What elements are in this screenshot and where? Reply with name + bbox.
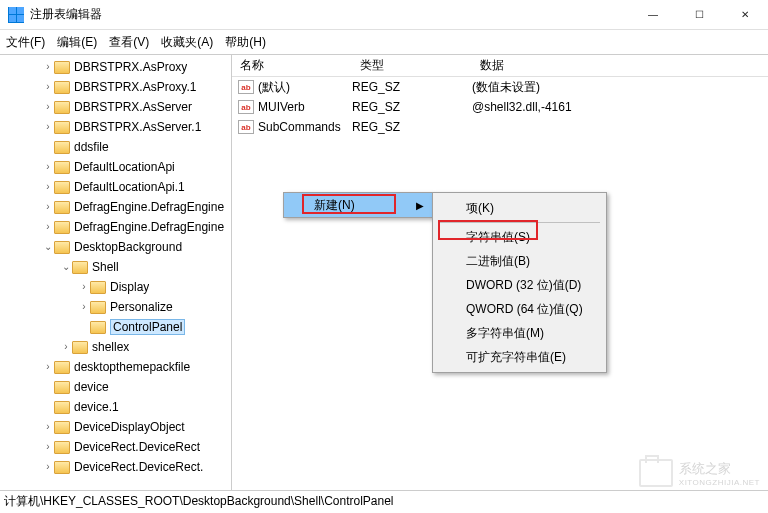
context-menu-item[interactable]: DWORD (32 位)值(D) — [436, 273, 603, 297]
tree-item-label: DBRSTPRX.AsProxy — [74, 60, 187, 74]
context-menu-item[interactable]: 多字符串值(M) — [436, 321, 603, 345]
menu-file[interactable]: 文件(F) — [6, 34, 45, 51]
tree-item-label: shellex — [92, 340, 129, 354]
tree-item[interactable]: ⌄Shell — [0, 257, 231, 277]
context-menu-new-label: 新建(N) — [314, 197, 355, 214]
value-name: SubCommands — [258, 120, 341, 134]
submenu-arrow-icon: ▶ — [416, 200, 424, 211]
folder-icon — [54, 441, 70, 454]
tree-item[interactable]: ›DefaultLocationApi — [0, 157, 231, 177]
tree-item[interactable]: ControlPanel — [0, 317, 231, 337]
expand-icon[interactable]: › — [78, 301, 90, 313]
tree-item-label: DBRSTPRX.AsServer.1 — [74, 120, 201, 134]
col-name[interactable]: 名称 — [232, 57, 352, 74]
titlebar: 注册表编辑器 — ☐ ✕ — [0, 0, 768, 30]
folder-icon — [54, 461, 70, 474]
expand-icon[interactable]: › — [42, 61, 54, 73]
list-row[interactable]: abSubCommandsREG_SZ — [232, 117, 768, 137]
tree-item-label: Shell — [92, 260, 119, 274]
expand-icon[interactable]: › — [42, 421, 54, 433]
expand-icon[interactable]: › — [42, 81, 54, 93]
menu-help[interactable]: 帮助(H) — [225, 34, 266, 51]
watermark-text1: 系统之家 — [679, 460, 760, 478]
tree-item[interactable]: ›DBRSTPRX.AsServer.1 — [0, 117, 231, 137]
close-button[interactable]: ✕ — [722, 0, 768, 30]
watermark-text2: XITONGZHIJIA.NET — [679, 478, 760, 487]
menu-edit[interactable]: 编辑(E) — [57, 34, 97, 51]
folder-icon — [54, 181, 70, 194]
tree-item-label: device — [74, 380, 109, 394]
tree-item-label: ddsfile — [74, 140, 109, 154]
tree-item[interactable]: ddsfile — [0, 137, 231, 157]
folder-icon — [54, 201, 70, 214]
tree-item[interactable]: ›DefragEngine.DefragEngine — [0, 217, 231, 237]
context-menu-new[interactable]: 新建(N) ▶ — [284, 193, 432, 217]
menu-separator — [439, 222, 600, 223]
expand-icon[interactable]: › — [42, 361, 54, 373]
tree-item[interactable]: ›DeviceRect.DeviceRect. — [0, 457, 231, 477]
tree-item[interactable]: ›DefragEngine.DefragEngine — [0, 197, 231, 217]
menubar: 文件(F) 编辑(E) 查看(V) 收藏夹(A) 帮助(H) — [0, 30, 768, 54]
tree-item[interactable]: ›shellex — [0, 337, 231, 357]
maximize-button[interactable]: ☐ — [676, 0, 722, 30]
collapse-icon[interactable]: ⌄ — [42, 241, 54, 253]
window-title: 注册表编辑器 — [30, 6, 630, 23]
watermark-logo-icon — [639, 459, 673, 487]
tree-item-label: DefragEngine.DefragEngine — [74, 200, 224, 214]
expand-icon[interactable]: › — [42, 461, 54, 473]
tree-item[interactable]: ›DBRSTPRX.AsProxy.1 — [0, 77, 231, 97]
menu-view[interactable]: 查看(V) — [109, 34, 149, 51]
value-type: REG_SZ — [352, 120, 472, 134]
menu-favorites[interactable]: 收藏夹(A) — [161, 34, 213, 51]
col-type[interactable]: 类型 — [352, 57, 472, 74]
tree-item-label: DefaultLocationApi.1 — [74, 180, 185, 194]
expand-icon[interactable]: › — [42, 161, 54, 173]
context-menu-item[interactable]: 项(K) — [436, 196, 603, 220]
value-type: REG_SZ — [352, 80, 472, 94]
tree-item[interactable]: ›DeviceDisplayObject — [0, 417, 231, 437]
expand-icon[interactable]: › — [78, 281, 90, 293]
value-data: @shell32.dll,-4161 — [472, 100, 768, 114]
context-menu-item[interactable]: QWORD (64 位)值(Q) — [436, 297, 603, 321]
folder-icon — [90, 281, 106, 294]
folder-icon — [54, 161, 70, 174]
context-menu-parent: 新建(N) ▶ — [283, 192, 433, 218]
tree-item[interactable]: ›desktopthemepackfile — [0, 357, 231, 377]
tree-item[interactable]: ›DBRSTPRX.AsServer — [0, 97, 231, 117]
expand-icon[interactable]: › — [42, 101, 54, 113]
expand-icon[interactable]: › — [42, 221, 54, 233]
expand-icon[interactable]: › — [60, 341, 72, 353]
list-row[interactable]: ab(默认)REG_SZ(数值未设置) — [232, 77, 768, 97]
context-submenu-new: 项(K)字符串值(S)二进制值(B)DWORD (32 位)值(D)QWORD … — [432, 192, 607, 373]
tree-item-label: DefaultLocationApi — [74, 160, 175, 174]
expand-icon[interactable]: › — [42, 121, 54, 133]
tree-item[interactable]: ›DBRSTPRX.AsProxy — [0, 57, 231, 77]
tree-item[interactable]: device — [0, 377, 231, 397]
context-menu-item[interactable]: 可扩充字符串值(E) — [436, 345, 603, 369]
tree-item[interactable]: device.1 — [0, 397, 231, 417]
folder-icon — [54, 221, 70, 234]
tree-item[interactable]: ⌄DesktopBackground — [0, 237, 231, 257]
expand-icon[interactable]: › — [42, 201, 54, 213]
tree-item[interactable]: ›DefaultLocationApi.1 — [0, 177, 231, 197]
folder-icon — [54, 81, 70, 94]
collapse-icon[interactable]: ⌄ — [60, 261, 72, 273]
tree-item[interactable]: ›Personalize — [0, 297, 231, 317]
tree-item-label: DesktopBackground — [74, 240, 182, 254]
folder-icon — [54, 401, 70, 414]
folder-icon — [54, 61, 70, 74]
string-value-icon: ab — [238, 80, 254, 94]
list-row[interactable]: abMUIVerbREG_SZ@shell32.dll,-4161 — [232, 97, 768, 117]
context-menu-item[interactable]: 二进制值(B) — [436, 249, 603, 273]
minimize-button[interactable]: — — [630, 0, 676, 30]
folder-icon — [90, 301, 106, 314]
tree-item[interactable]: ›DeviceRect.DeviceRect — [0, 437, 231, 457]
folder-icon — [54, 381, 70, 394]
col-data[interactable]: 数据 — [472, 57, 768, 74]
context-menu-item[interactable]: 字符串值(S) — [436, 225, 603, 249]
value-name: (默认) — [258, 79, 290, 96]
tree-item[interactable]: ›Display — [0, 277, 231, 297]
expand-icon[interactable]: › — [42, 441, 54, 453]
tree-pane[interactable]: ›DBRSTPRX.AsProxy›DBRSTPRX.AsProxy.1›DBR… — [0, 55, 232, 490]
expand-icon[interactable]: › — [42, 181, 54, 193]
